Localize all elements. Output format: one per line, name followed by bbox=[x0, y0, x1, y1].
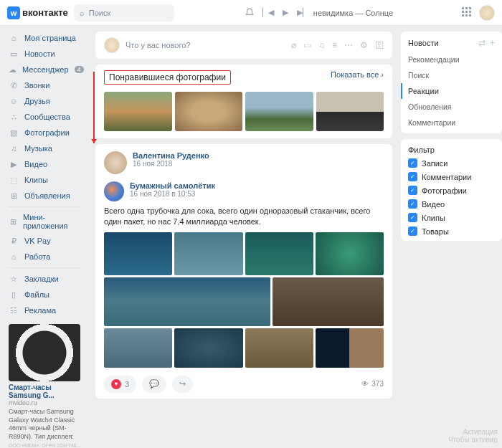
track-title[interactable]: невидимка — Солнце bbox=[313, 9, 393, 17]
camera-icon[interactable]: ⌀ bbox=[291, 40, 296, 50]
nav-icon: ☺ bbox=[9, 96, 19, 106]
post-image[interactable] bbox=[245, 328, 313, 368]
post-image[interactable] bbox=[104, 328, 172, 368]
nav-icon: ₽ bbox=[9, 236, 19, 246]
nav-label: Сообщества bbox=[24, 113, 70, 121]
nav-item-Файлы[interactable]: ▯Файлы bbox=[0, 287, 90, 302]
nav-icon: ☆ bbox=[9, 274, 19, 284]
play-icon[interactable]: ▶ bbox=[279, 6, 292, 19]
add-icon[interactable]: + bbox=[490, 38, 495, 48]
prev-track-icon[interactable]: ▏◀ bbox=[262, 6, 275, 19]
post-author-name[interactable]: Валентина Руденко bbox=[133, 151, 209, 160]
news-header[interactable]: Новости ⇄+ bbox=[401, 34, 502, 52]
search-icon: ⌕ bbox=[80, 9, 85, 17]
post-image[interactable] bbox=[245, 232, 313, 275]
nav-label: Звонки bbox=[24, 81, 50, 90]
video-icon[interactable]: ▭ bbox=[303, 40, 311, 50]
ad-title: Смарт-часы Samsung G... bbox=[9, 383, 81, 399]
post-image[interactable] bbox=[316, 232, 384, 275]
next-track-icon[interactable]: ▶▏ bbox=[296, 6, 309, 19]
nav-item-Мессенджер[interactable]: ☁Мессенджер4 bbox=[0, 62, 90, 77]
logo[interactable]: w вконтакте bbox=[7, 6, 68, 19]
filter-Фотографии[interactable]: ✓Фотографии bbox=[401, 184, 502, 197]
filter-label: Фотографии bbox=[422, 186, 467, 195]
settings-icon[interactable]: ⇄ bbox=[478, 38, 486, 48]
notifications-icon[interactable] bbox=[243, 6, 256, 19]
lock-icon[interactable]: ⚿ bbox=[375, 40, 384, 50]
filter-Записи[interactable]: ✓Записи bbox=[401, 156, 502, 170]
more-icon[interactable]: ⋯ bbox=[344, 40, 353, 50]
nav-icon: ▭ bbox=[9, 49, 19, 59]
share-button[interactable]: ↪ bbox=[172, 376, 193, 393]
liked-photo-thumb[interactable] bbox=[316, 92, 384, 131]
liked-photo-thumb[interactable] bbox=[245, 92, 313, 131]
eye-icon: 👁 bbox=[361, 380, 369, 388]
article-icon[interactable]: ≡ bbox=[332, 40, 337, 50]
liked-photo-thumb[interactable] bbox=[175, 92, 243, 131]
filter-Товары[interactable]: ✓Товары bbox=[401, 224, 502, 238]
nav-label: Музыка bbox=[24, 144, 52, 153]
filter-Комментарии[interactable]: ✓Комментарии bbox=[401, 170, 502, 184]
nav-item-Работа[interactable]: ⌂Работа bbox=[0, 249, 90, 264]
filter-label: Комментарии bbox=[422, 173, 471, 181]
tab-Реакции[interactable]: Реакции bbox=[401, 83, 502, 99]
nav-label: Видео bbox=[24, 160, 47, 168]
nav-label: Реклама bbox=[24, 306, 56, 315]
nav-item-Друзья[interactable]: ☺Друзья bbox=[0, 93, 90, 109]
nav-item-Закладки[interactable]: ☆Закладки bbox=[0, 271, 90, 287]
sidebar-ad[interactable]: Смарт-часы Samsung G... mvideo.ru Смарт-… bbox=[9, 324, 81, 448]
nav-label: Объявления bbox=[24, 191, 70, 200]
audio-player: ▏◀ ▶ ▶▏ невидимка — Солнце bbox=[262, 6, 393, 19]
tab-Рекомендации[interactable]: Рекомендации bbox=[401, 52, 502, 67]
tab-Обновления[interactable]: Обновления bbox=[401, 99, 502, 115]
post-image[interactable] bbox=[316, 328, 384, 368]
composer[interactable]: Что у вас нового? ⌀ ▭ ♫ ≡ ⋯ ⚙ ⚿ bbox=[95, 32, 392, 59]
liked-photos-block: Понравившиеся фотографии Показать все › bbox=[95, 65, 392, 138]
apps-grid-icon[interactable] bbox=[462, 7, 473, 19]
filter-Клипы[interactable]: ✓Клипы bbox=[401, 211, 502, 224]
nav-item-Мини-приложения[interactable]: ⊞Мини-приложения bbox=[0, 210, 90, 233]
nav-label: Моя страница bbox=[24, 34, 76, 42]
checkbox-icon: ✓ bbox=[408, 158, 417, 168]
like-button[interactable]: ♥3 bbox=[104, 376, 136, 393]
post-author-avatar[interactable] bbox=[104, 151, 127, 174]
music-icon[interactable]: ♫ bbox=[318, 40, 325, 50]
right-panel: Новости ⇄+ РекомендацииПоискРеакцииОбнов… bbox=[398, 26, 502, 448]
nav-label: Друзья bbox=[24, 97, 50, 105]
filter-title: Фильтр bbox=[401, 142, 502, 156]
tab-Поиск[interactable]: Поиск bbox=[401, 67, 502, 83]
nav-item-Сообщества[interactable]: ⛬Сообщества bbox=[0, 109, 90, 125]
post-image[interactable] bbox=[174, 232, 242, 275]
nav-item-Реклама[interactable]: ☷Реклама bbox=[0, 302, 90, 318]
nav-item-Музыка[interactable]: ♫Музыка bbox=[0, 140, 90, 156]
nav-icon: ✆ bbox=[9, 80, 19, 90]
repost-author-avatar[interactable] bbox=[104, 181, 124, 201]
nav-item-VK Pay[interactable]: ₽VK Pay bbox=[0, 233, 90, 249]
nav-item-Новости[interactable]: ▭Новости bbox=[0, 46, 90, 62]
user-avatar[interactable] bbox=[479, 5, 495, 21]
post-image[interactable] bbox=[174, 328, 242, 368]
nav-item-Звонки[interactable]: ✆Звонки bbox=[0, 77, 90, 93]
tab-Комментарии[interactable]: Комментарии bbox=[401, 115, 502, 130]
nav-label: VK Pay bbox=[24, 237, 51, 245]
post-image[interactable] bbox=[104, 277, 270, 326]
comment-button[interactable]: 💬 bbox=[142, 376, 166, 393]
nav-item-Клипы[interactable]: ⬚Клипы bbox=[0, 172, 90, 188]
post-image[interactable] bbox=[104, 232, 172, 275]
annotation-arrow bbox=[93, 72, 95, 143]
liked-photo-thumb[interactable] bbox=[104, 92, 172, 131]
like-count: 3 bbox=[125, 380, 129, 389]
repost-author-name[interactable]: Бумажный самолётик bbox=[130, 181, 215, 190]
repost-date: 16 ноя 2018 в 10:53 bbox=[130, 190, 215, 198]
search-input[interactable]: ⌕ Поиск bbox=[74, 4, 174, 22]
show-all-link[interactable]: Показать все › bbox=[331, 70, 384, 85]
nav-item-Фотографии[interactable]: ▧Фотографии bbox=[0, 125, 90, 140]
post-image[interactable] bbox=[273, 277, 384, 326]
composer-input[interactable]: Что у вас нового? bbox=[126, 41, 285, 49]
nav-item-Моя страница[interactable]: ⌂Моя страница bbox=[0, 30, 90, 46]
filter-Видео[interactable]: ✓Видео bbox=[401, 197, 502, 211]
nav-item-Видео[interactable]: ▶Видео bbox=[0, 156, 90, 172]
filter-label: Записи bbox=[422, 159, 448, 168]
gear-icon[interactable]: ⚙ bbox=[360, 40, 368, 50]
nav-item-Объявления[interactable]: ⊞Объявления bbox=[0, 188, 90, 204]
